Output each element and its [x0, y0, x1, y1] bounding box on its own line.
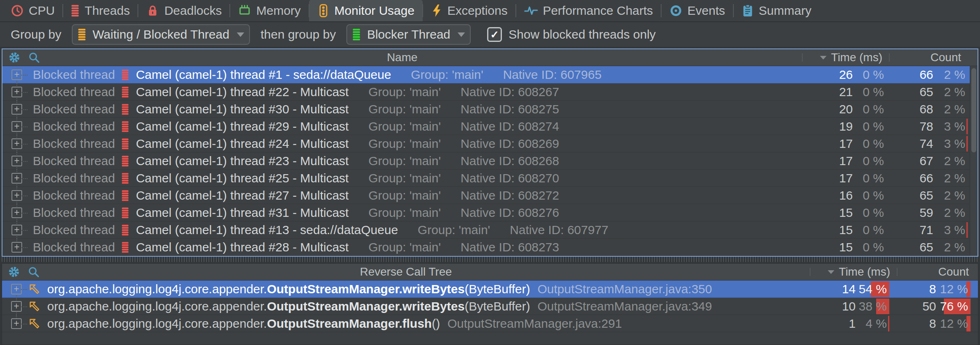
call-tree-row[interactable]: org.apache.logging.log4j.core.appender.O…	[2, 315, 978, 332]
expand-icon[interactable]	[11, 121, 22, 132]
time-percent-cell: 0 %	[853, 66, 887, 83]
grouping-toolbar: Group by Waiting / Blocked Thread then g…	[0, 22, 980, 47]
sort-desc-icon	[827, 269, 835, 274]
blocked-thread-icon	[121, 224, 129, 236]
time-percent-cell: 0 %	[853, 118, 887, 135]
thread-row[interactable]: Blocked thread Camel (camel-1) thread #2…	[2, 187, 978, 204]
time-value: 26	[800, 68, 853, 82]
clock-icon	[11, 4, 24, 17]
expand-icon[interactable]	[11, 225, 22, 235]
time-value: 21	[800, 85, 853, 99]
thread-group: Group: 'main'	[369, 137, 441, 151]
expand-icon[interactable]	[11, 284, 22, 294]
thread-name: Camel (camel-1) thread #29 - Multicast	[136, 120, 349, 133]
thread-row[interactable]: Blocked thread Camel (camel-1) thread #2…	[2, 118, 978, 135]
chevron-down-icon	[458, 32, 465, 41]
column-header-count[interactable]: Count	[889, 51, 970, 64]
count-value: 74	[887, 137, 933, 151]
eye-icon	[669, 4, 682, 17]
row-type-label: Blocked thread	[33, 102, 115, 116]
row-type-label: Blocked thread	[33, 68, 115, 82]
view-tab-bar: CPU Threads Deadlocks Memory Monitor Usa…	[0, 0, 980, 22]
count-percent-cell: 12 %	[936, 315, 971, 332]
time-value: 17	[800, 171, 853, 185]
vertical-scrollbar[interactable]	[970, 66, 978, 256]
tab-events[interactable]: Events	[661, 0, 733, 21]
primary-grouping-value: Waiting / Blocked Thread	[92, 28, 229, 41]
count-percent-cell: 2 %	[933, 101, 969, 118]
show-blocked-toggle[interactable]: ✓ Show blocked threads only	[487, 27, 656, 42]
call-tree-row[interactable]: org.apache.logging.log4j.core.appender.O…	[2, 298, 978, 315]
thread-native-id: Native ID: 608272	[460, 189, 559, 202]
blocked-thread-icon	[121, 172, 129, 184]
expand-icon[interactable]	[11, 104, 22, 115]
expand-icon[interactable]	[11, 207, 22, 218]
call-tree-row[interactable]: org.apache.logging.log4j.core.appender.O…	[2, 281, 978, 298]
tab-exceptions[interactable]: Exceptions	[423, 0, 516, 21]
tab-performance-charts[interactable]: Performance Charts	[516, 0, 661, 21]
thread-row[interactable]: Blocked thread Camel (camel-1) thread #2…	[2, 152, 978, 170]
scrollbar-thumb[interactable]	[971, 68, 976, 152]
expand-icon[interactable]	[11, 138, 22, 149]
tab-cpu[interactable]: CPU	[2, 0, 63, 21]
source-location: OutputStreamManager.java:349	[538, 299, 712, 313]
time-value: 14	[803, 282, 856, 296]
expand-icon[interactable]	[11, 190, 22, 201]
time-value: 15	[800, 240, 853, 254]
gear-icon[interactable]	[8, 51, 21, 64]
expand-icon[interactable]	[11, 318, 22, 329]
expand-icon[interactable]	[11, 87, 22, 97]
row-type-label: Blocked thread	[33, 154, 115, 168]
primary-grouping-dropdown[interactable]: Waiting / Blocked Thread	[72, 24, 250, 45]
count-percent-cell: 3 %	[933, 221, 969, 239]
thread-name: Camel (camel-1) thread #31 - Multicast	[136, 206, 349, 220]
thread-row[interactable]: Blocked thread Camel (camel-1) thread #2…	[2, 239, 978, 256]
thread-row[interactable]: Blocked thread Camel (camel-1) thread #3…	[2, 204, 978, 221]
thread-row[interactable]: Blocked thread Camel (camel-1) thread #1…	[2, 221, 978, 239]
method-package: org.apache.logging.log4j.core.appender.	[47, 299, 267, 313]
count-value: 65	[887, 240, 933, 254]
then-group-by-label: then group by	[261, 28, 336, 41]
search-icon[interactable]	[27, 266, 40, 278]
thread-row[interactable]: Blocked thread Camel (camel-1) thread #1…	[2, 66, 978, 83]
expand-icon[interactable]	[11, 156, 22, 166]
traffic-light-icon	[317, 4, 330, 17]
tab-memory[interactable]: Memory	[230, 0, 309, 21]
secondary-grouping-dropdown[interactable]: Blocker Thread	[346, 24, 471, 45]
row-type-label: Blocked thread	[33, 223, 115, 237]
count-value: 66	[887, 68, 933, 82]
blocked-thread-icon	[121, 242, 129, 253]
expand-icon[interactable]	[11, 69, 22, 80]
tab-threads[interactable]: Threads	[63, 0, 138, 21]
thread-name: Camel (camel-1) thread #25 - Multicast	[136, 171, 349, 185]
column-header-name[interactable]: Reverse Call Tree	[2, 265, 810, 278]
count-value: 50	[890, 299, 936, 313]
thread-name: Camel (camel-1) thread #24 - Multicast	[136, 137, 349, 151]
column-header-time[interactable]: Time (ms)	[802, 51, 889, 64]
gear-icon[interactable]	[8, 266, 20, 278]
search-icon[interactable]	[28, 51, 40, 64]
count-percent-cell: 76 %	[936, 298, 971, 315]
expand-icon[interactable]	[11, 173, 22, 184]
blocked-thread-icon	[121, 155, 129, 167]
expand-icon[interactable]	[11, 242, 22, 253]
expand-icon[interactable]	[11, 301, 22, 312]
thread-row[interactable]: Blocked thread Camel (camel-1) thread #2…	[2, 170, 978, 187]
reverse-call-tree-panel: Reverse Call Tree Time (ms) Count org.ap…	[2, 263, 978, 345]
thread-row[interactable]: Blocked thread Camel (camel-1) thread #3…	[2, 101, 978, 118]
count-value: 66	[887, 171, 933, 185]
checkbox-icon[interactable]: ✓	[487, 27, 502, 42]
thread-row[interactable]: Blocked thread Camel (camel-1) thread #2…	[2, 83, 978, 101]
time-value: 10	[803, 299, 856, 313]
tab-monitor-usage[interactable]: Monitor Usage	[309, 0, 423, 21]
panel-splitter[interactable]	[2, 257, 978, 262]
column-header-time[interactable]: Time (ms)	[810, 265, 897, 278]
column-header-name[interactable]: Name	[2, 51, 802, 64]
column-header-count[interactable]: Count	[897, 265, 978, 278]
count-value: 59	[887, 206, 933, 220]
count-percent-cell: 2 %	[933, 83, 969, 101]
tab-summary[interactable]: Summary	[733, 0, 820, 21]
thread-row[interactable]: Blocked thread Camel (camel-1) thread #2…	[2, 135, 978, 152]
tab-deadlocks[interactable]: Deadlocks	[138, 0, 230, 21]
thread-native-id: Native ID: 607977	[510, 223, 608, 237]
